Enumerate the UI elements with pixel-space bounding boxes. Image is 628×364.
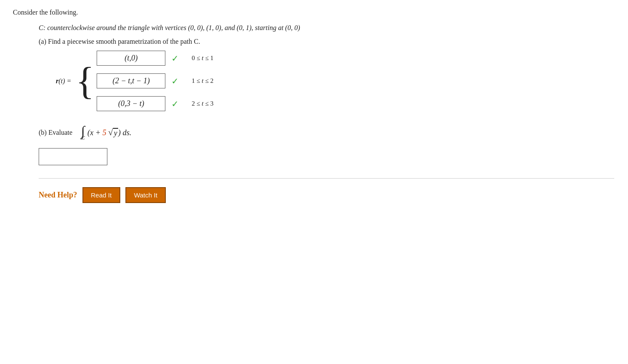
answer-input-box[interactable] [39,148,107,165]
red-number: 5 [103,128,107,137]
part-a-label: (a) Find a piecewise smooth parametrizat… [39,38,614,46]
piece-box-2: (2 − t,t − 1) [97,73,165,88]
sqrt-wrapper: √y [108,128,118,138]
part-a: (a) Find a piecewise smooth parametrizat… [39,38,614,111]
read-it-button[interactable]: Read It [82,187,120,203]
pieces: (t,0) ✓ 0 ≤ t ≤ 1 (2 − t,t − 1) ✓ 1 ≤ t … [97,51,213,111]
part-b-text: (b) Evaluate [39,129,73,136]
watch-it-button[interactable]: Watch It [125,187,166,203]
piece-box-1: (t,0) [97,51,165,66]
piece-box-3: (0,3 − t) [97,96,165,111]
part-b: (b) Evaluate ∫ C (x + 5 √y ) ds. [39,124,614,165]
integral-subscript: C [81,134,85,141]
page-content: Consider the following. C: counterclockw… [13,9,614,203]
need-help-label: Need Help? [39,191,77,200]
part-b-label: (b) Evaluate ∫ C (x + 5 √y ) ds. [39,124,614,141]
piece-row-1: (t,0) ✓ 0 ≤ t ≤ 1 [97,51,213,66]
c-description: C: counterclockwise around the triangle … [39,24,614,32]
sqrt-radical: √ [108,128,113,136]
check-3: ✓ [171,99,179,109]
piece-row-2: (2 − t,t − 1) ✓ 1 ≤ t ≤ 2 [97,73,213,88]
integral-body: (x + 5 √y ) ds. [87,128,131,138]
piece-row-3: (0,3 − t) ✓ 2 ≤ t ≤ 3 [97,96,213,111]
big-brace: { [76,62,94,100]
condition-1: 0 ≤ t ≤ 1 [192,55,213,62]
condition-3: 2 ≤ t ≤ 3 [192,100,213,107]
piecewise-container: r(t) = { (t,0) ✓ 0 ≤ t ≤ 1 [56,51,614,111]
consider-text: Consider the following. [13,9,78,16]
consider-line: Consider the following. [13,9,614,16]
check-1: ✓ [171,53,179,64]
condition-2: 1 ≤ t ≤ 2 [192,77,213,85]
check-2: ✓ [171,76,179,86]
sqrt-content: y [113,128,118,138]
r-label: r(t) = [56,77,71,85]
c-desc-text: C: counterclockwise around the triangle … [39,24,300,31]
integral-expression: ∫ C (x + 5 √y ) ds. [81,124,131,141]
need-help-row: Need Help? Read It Watch It [39,178,614,203]
